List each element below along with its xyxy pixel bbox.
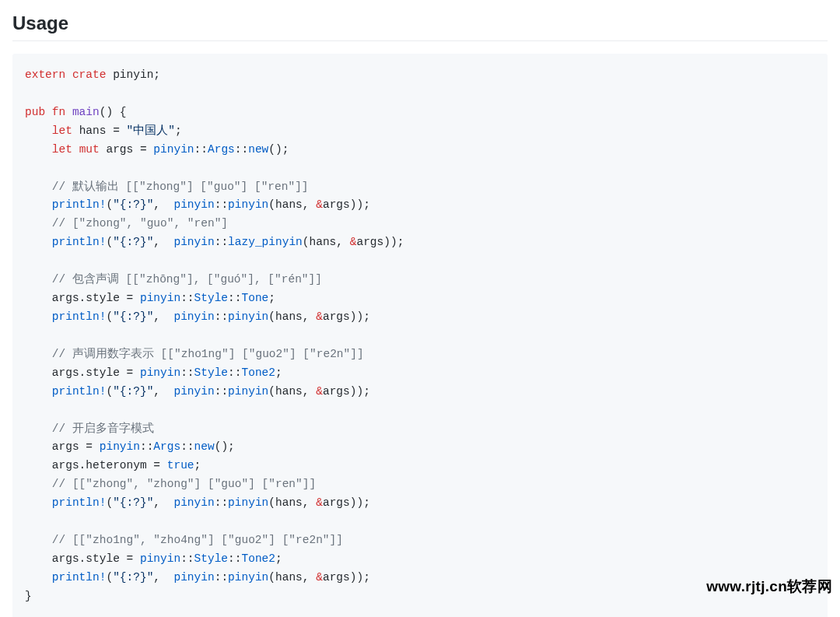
val-true: true: [167, 459, 194, 472]
arg-hans: hans: [310, 236, 337, 248]
macro-println: println!: [52, 496, 107, 509]
fmt-str: "{:?}": [113, 236, 153, 248]
macro-println: println!: [52, 198, 107, 211]
kw-crate: crate: [72, 68, 107, 81]
kw-mut: mut: [79, 143, 100, 156]
comment: // [["zhong", "zhong"] ["guo"] ["ren"]]: [52, 478, 316, 490]
comment: // 包含声调 [["zhōng"], ["guó"], ["rén"]]: [52, 273, 322, 286]
section-heading: Usage: [12, 12, 828, 41]
arg-args: args: [323, 310, 350, 323]
arg-hans: hans: [275, 571, 303, 584]
ns-pinyin: pinyin: [140, 552, 180, 565]
macro-println: println!: [52, 571, 107, 584]
fmt-str: "{:?}": [113, 310, 153, 323]
fn-lazy-pinyin: lazy_pinyin: [228, 236, 303, 248]
fn-new: new: [194, 440, 215, 453]
ns-pinyin: pinyin: [173, 310, 214, 323]
fmt-str: "{:?}": [113, 496, 153, 509]
ns-pinyin: pinyin: [140, 292, 180, 304]
crate-name: pinyin: [113, 68, 153, 81]
macro-println: println!: [52, 236, 107, 248]
ty-args: Args: [153, 440, 180, 453]
fn-pinyin: pinyin: [228, 198, 268, 211]
amp: &: [316, 310, 323, 323]
lhs: args.style: [52, 366, 120, 379]
fn-pinyin: pinyin: [228, 385, 268, 398]
ns-pinyin: pinyin: [173, 571, 214, 584]
arg-args: args: [323, 385, 350, 398]
val-tone2: Tone2: [241, 366, 275, 379]
macro-println: println!: [52, 310, 107, 323]
ns-pinyin: pinyin: [100, 440, 140, 453]
amp: &: [316, 496, 323, 509]
amp: &: [316, 385, 323, 398]
kw-let: let: [52, 124, 72, 137]
fmt-str: "{:?}": [113, 198, 153, 211]
arg-hans: hans: [275, 385, 303, 398]
comment: // 开启多音字模式: [52, 422, 154, 435]
lhs: args.style: [52, 292, 120, 304]
arg-args: args: [323, 496, 350, 509]
fn-pinyin: pinyin: [228, 310, 268, 323]
fn-pinyin: pinyin: [228, 496, 268, 509]
watermark: www.rjtj.cn软荐网: [706, 577, 832, 597]
val-tone: Tone: [241, 292, 268, 304]
arg-args: args: [356, 236, 383, 248]
amp: &: [316, 198, 323, 211]
var-args: args: [106, 143, 133, 156]
ty-args: Args: [208, 143, 235, 156]
ns-pinyin: pinyin: [173, 385, 214, 398]
val-tone2: Tone2: [241, 552, 275, 565]
arg-args: args: [323, 571, 350, 584]
arg-args: args: [323, 198, 350, 211]
fn-pinyin: pinyin: [228, 571, 268, 584]
code-block: extern crate pinyin; pub fn main() { let…: [12, 54, 828, 617]
ns-pinyin: pinyin: [173, 198, 214, 211]
kw-extern: extern: [25, 68, 65, 81]
arg-hans: hans: [275, 310, 303, 323]
lhs: args.heteronym: [52, 459, 147, 472]
var-hans: hans: [79, 124, 107, 137]
ns-pinyin: pinyin: [153, 143, 194, 156]
kw-fn: fn: [52, 106, 65, 118]
kw-pub: pub: [25, 106, 45, 118]
arg-hans: hans: [275, 198, 303, 211]
comment: // 声调用数字表示 [["zho1ng"] ["guo2"] ["re2n"]…: [52, 348, 364, 360]
ns-pinyin: pinyin: [140, 366, 180, 379]
lhs: args: [52, 440, 79, 453]
fmt-str: "{:?}": [113, 385, 153, 398]
comment: // 默认输出 [["zhong"] ["guo"] ["ren"]]: [52, 181, 309, 193]
ty-style: Style: [194, 366, 229, 379]
ns-pinyin: pinyin: [173, 236, 214, 248]
arg-hans: hans: [275, 496, 303, 509]
str-hans: "中国人": [127, 124, 175, 137]
comment: // [["zho1ng", "zho4ng"] ["guo2"] ["re2n…: [52, 534, 343, 546]
fn-new: new: [248, 143, 268, 156]
ty-style: Style: [194, 552, 229, 565]
fn-main: main: [72, 106, 100, 118]
macro-println: println!: [52, 385, 107, 398]
lhs: args.style: [52, 552, 120, 565]
amp: &: [316, 571, 323, 584]
comment: // ["zhong", "guo", "ren"]: [52, 217, 228, 230]
ns-pinyin: pinyin: [173, 496, 214, 509]
fmt-str: "{:?}": [113, 571, 153, 584]
ty-style: Style: [194, 292, 229, 304]
kw-let: let: [52, 143, 72, 156]
code-content: extern crate pinyin; pub fn main() { let…: [25, 66, 815, 606]
